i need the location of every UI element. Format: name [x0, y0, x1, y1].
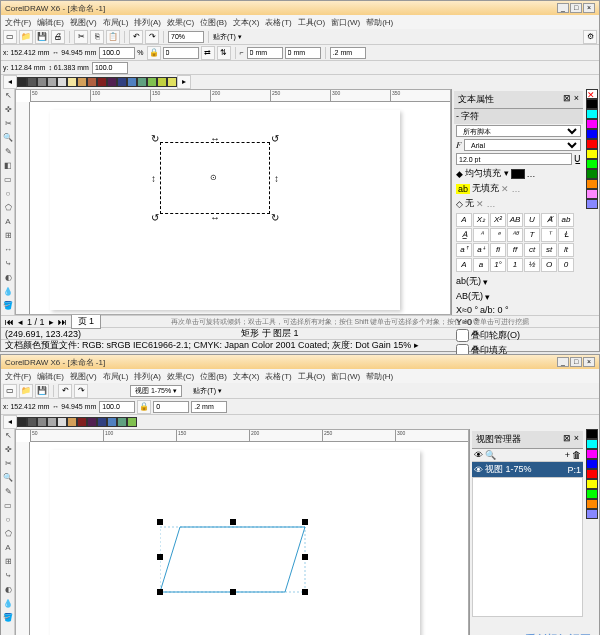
connector-tool-icon[interactable]: ⤷ — [1, 257, 15, 271]
menu-view[interactable]: 视图(V) — [70, 371, 97, 382]
zoom-input[interactable] — [168, 31, 204, 43]
new-icon[interactable]: ▭ — [3, 30, 17, 44]
text-tool-icon[interactable]: A — [1, 541, 15, 555]
char-btn[interactable]: A — [456, 213, 472, 227]
char-btn[interactable]: ᵀ — [541, 228, 557, 242]
skew-handle-b[interactable]: ↔ — [210, 212, 220, 223]
lock-ratio-icon[interactable]: 🔒 — [137, 400, 151, 414]
color-swatch[interactable] — [67, 77, 77, 87]
char-btn[interactable]: ᴬᴮ — [507, 228, 523, 242]
color-swatch[interactable] — [17, 77, 27, 87]
char-btn[interactable]: ½ — [524, 258, 540, 272]
selected-rectangle[interactable]: ↻ ↺ ↺ ↻ ↔ ↔ ↕ ↕ ⊙ — [160, 142, 270, 214]
canvas[interactable]: 50 100 150 200 250 300 350 ↻ ↺ ↺ ↻ ↔ ↔ ↕ — [15, 89, 451, 315]
maximize-icon[interactable]: □ — [570, 357, 582, 367]
maximize-icon[interactable]: □ — [570, 3, 582, 13]
menu-bitmap[interactable]: 位图(B) — [200, 371, 227, 382]
menu-edit[interactable]: 编辑(E) — [37, 371, 64, 382]
color-swatch[interactable] — [37, 77, 47, 87]
crop-tool-icon[interactable]: ✂ — [1, 457, 15, 471]
color-swatch[interactable] — [586, 149, 598, 159]
color-swatch[interactable] — [586, 139, 598, 149]
menu-file[interactable]: 文件(F) — [5, 17, 31, 28]
snap-dropdown[interactable]: 贴齐(T) ▾ — [213, 32, 242, 42]
open-icon[interactable]: 📁 — [19, 384, 33, 398]
freehand-tool-icon[interactable]: ✎ — [1, 145, 15, 159]
page-first-icon[interactable]: ⏮ — [5, 317, 14, 327]
color-swatch[interactable] — [127, 417, 137, 427]
color-swatch[interactable] — [586, 469, 598, 479]
color-swatch[interactable] — [586, 159, 598, 169]
resize-handle[interactable] — [230, 589, 236, 595]
redo-icon[interactable]: ↷ — [145, 30, 159, 44]
shadow-checkbox[interactable] — [456, 329, 469, 342]
snap-dropdown[interactable]: 贴齐(T) ▾ — [193, 386, 222, 396]
page-tab[interactable]: 页 1 — [71, 314, 102, 329]
color-swatch[interactable] — [586, 109, 598, 119]
rotate-handle-br[interactable]: ↻ — [271, 212, 279, 223]
resize-handle[interactable] — [157, 519, 163, 525]
char-btn[interactable]: U — [524, 213, 540, 227]
drawing-area[interactable] — [30, 442, 468, 635]
menu-layout[interactable]: 布局(L) — [103, 371, 129, 382]
rotate-handle-tr[interactable]: ↺ — [271, 133, 279, 144]
skew-handle-t[interactable]: ↔ — [210, 133, 220, 144]
char-btn[interactable]: 1° — [490, 258, 506, 272]
menu-effects[interactable]: 效果(C) — [167, 371, 194, 382]
char-btn[interactable]: A̲ — [456, 228, 472, 242]
page-last-icon[interactable]: ⏭ — [58, 317, 67, 327]
resize-handle[interactable] — [302, 554, 308, 560]
copy-icon[interactable]: ⎘ — [90, 30, 104, 44]
drawing-area[interactable]: ↻ ↺ ↺ ↻ ↔ ↔ ↕ ↕ ⊙ — [30, 102, 450, 314]
color-swatch[interactable] — [77, 77, 87, 87]
save-icon[interactable]: 💾 — [35, 30, 49, 44]
color-swatch[interactable] — [47, 77, 57, 87]
color-swatch[interactable] — [27, 417, 37, 427]
color-swatch[interactable] — [17, 417, 27, 427]
ellipse-tool-icon[interactable]: ○ — [1, 513, 15, 527]
char-btn[interactable]: ᴬ — [473, 228, 489, 242]
char-btn[interactable]: Ⱥ — [541, 213, 557, 227]
color-swatch[interactable] — [77, 417, 87, 427]
connector-tool-icon[interactable]: ⤷ — [1, 569, 15, 583]
scale-input[interactable] — [99, 401, 135, 413]
table-tool-icon[interactable]: ⊞ — [1, 229, 15, 243]
menu-window[interactable]: 窗口(W) — [331, 371, 360, 382]
zoom-combo[interactable]: 视图 1-75% ▾ — [130, 385, 182, 397]
shape-tool-icon[interactable]: ✜ — [1, 103, 15, 117]
stroke-input[interactable] — [191, 401, 227, 413]
color-swatch[interactable] — [147, 77, 157, 87]
pick-tool-icon[interactable]: ↖ — [1, 89, 15, 103]
swatch-prev-icon[interactable]: ◂ — [3, 75, 17, 89]
undo-icon[interactable]: ↶ — [129, 30, 143, 44]
minimize-icon[interactable]: _ — [557, 357, 569, 367]
menu-help[interactable]: 帮助(H) — [366, 371, 393, 382]
menu-help[interactable]: 帮助(H) — [366, 17, 393, 28]
menu-window[interactable]: 窗口(W) — [331, 17, 360, 28]
options-icon[interactable]: ⚙ — [583, 30, 597, 44]
rectangle-tool-icon[interactable]: ▭ — [1, 499, 15, 513]
char-btn[interactable]: T — [524, 228, 540, 242]
mirror-h-icon[interactable]: ⇄ — [201, 46, 215, 60]
underline-icon[interactable]: U̲ — [574, 154, 581, 164]
menu-text[interactable]: 文本(X) — [233, 371, 260, 382]
rotation-input[interactable] — [153, 401, 189, 413]
fill-tool-icon[interactable]: 🪣 — [1, 611, 15, 625]
char-btn[interactable]: ab — [558, 213, 574, 227]
color-swatch[interactable] — [37, 417, 47, 427]
color-swatch[interactable] — [586, 129, 598, 139]
text-tool-icon[interactable]: A — [1, 215, 15, 229]
menu-table[interactable]: 表格(T) — [265, 17, 291, 28]
mirror-v-icon[interactable]: ⇅ — [217, 46, 231, 60]
eyedropper-icon[interactable]: 💧 — [1, 285, 15, 299]
effects-tool-icon[interactable]: ◐ — [1, 271, 15, 285]
color-swatch[interactable] — [586, 439, 598, 449]
redo-icon[interactable]: ↷ — [74, 384, 88, 398]
color-swatch[interactable] — [586, 479, 598, 489]
color-swatch[interactable] — [117, 77, 127, 87]
color-swatch[interactable] — [137, 77, 147, 87]
panel-tab[interactable]: - 字符 — [454, 109, 583, 124]
color-swatch[interactable] — [97, 417, 107, 427]
char-btn[interactable]: A — [456, 258, 472, 272]
color-swatch[interactable] — [117, 417, 127, 427]
